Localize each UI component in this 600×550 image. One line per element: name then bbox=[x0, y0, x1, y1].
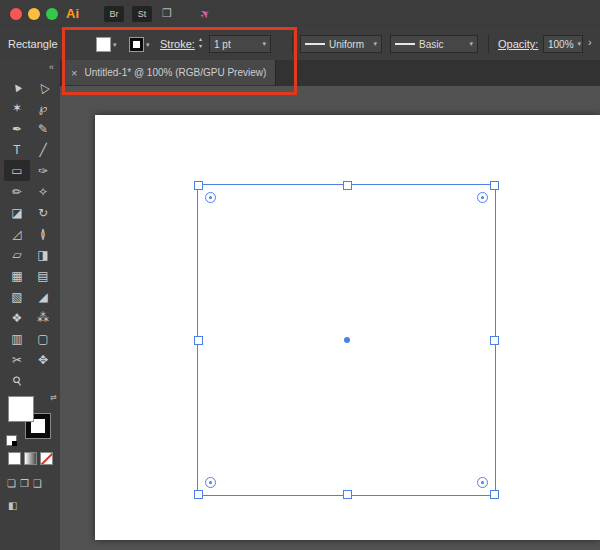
selection-handle-middle-left[interactable] bbox=[194, 336, 203, 345]
selection-handle-top-left[interactable] bbox=[194, 181, 203, 190]
titlebar: Ai Br St ❒ ✈ bbox=[0, 0, 600, 29]
object-center-point[interactable] bbox=[344, 337, 350, 343]
selection-handle-top-middle[interactable] bbox=[343, 181, 352, 190]
line-segment-tool[interactable]: ╱ bbox=[30, 139, 56, 160]
paintbrush-tool-icon: ✑ bbox=[38, 164, 48, 178]
document-tab[interactable]: × Untitled-1* @ 100% (RGB/GPU Preview) bbox=[62, 60, 276, 85]
opacity-panel-link[interactable]: Opacity: bbox=[498, 38, 538, 50]
stroke-color-swatch[interactable] bbox=[129, 37, 144, 52]
brush-definition-dropdown[interactable]: Basic ▾ bbox=[390, 35, 478, 53]
close-window-button[interactable] bbox=[10, 8, 22, 20]
stroke-weight-dropdown[interactable]: 1 pt ▾ bbox=[209, 35, 271, 53]
scale-tool[interactable]: ◿ bbox=[4, 223, 30, 244]
direct-selection-tool[interactable]: △ bbox=[30, 76, 56, 97]
canvas[interactable] bbox=[60, 86, 600, 550]
perspective-grid-tool[interactable]: ▦ bbox=[4, 265, 30, 286]
share-icon[interactable]: ✈ bbox=[197, 5, 213, 22]
width-profile-chevron-icon[interactable]: ▾ bbox=[373, 40, 377, 48]
selection-handle-bottom-right[interactable] bbox=[490, 490, 499, 499]
stroke-panel-link[interactable]: Stroke: bbox=[160, 38, 195, 50]
lasso-tool[interactable]: ℘ bbox=[30, 97, 56, 118]
brush-value: Basic bbox=[419, 39, 465, 50]
tab-close-icon[interactable]: × bbox=[71, 67, 77, 79]
rectangle-tool[interactable]: ▭ bbox=[4, 160, 30, 181]
live-corner-widget-bottom-left[interactable] bbox=[205, 477, 216, 488]
stroke-weight-stepper[interactable]: ▴ ▾ bbox=[199, 36, 202, 50]
column-graph-tool[interactable]: ▥ bbox=[4, 328, 30, 349]
live-corner-widget-bottom-right[interactable] bbox=[477, 477, 488, 488]
magic-wand-tool[interactable]: ✶ bbox=[4, 97, 30, 118]
pen-tool[interactable]: ✒ bbox=[4, 118, 30, 139]
free-transform-tool[interactable]: ▱ bbox=[4, 244, 30, 265]
rotate-tool[interactable]: ↻ bbox=[30, 202, 56, 223]
screen-mode-icon[interactable]: ◧ bbox=[8, 500, 17, 511]
width-tool-icon: ≬ bbox=[40, 227, 46, 241]
swap-fill-stroke-icon[interactable]: ⇄ bbox=[50, 393, 57, 402]
opacity-chevron-icon[interactable]: ▾ bbox=[578, 40, 582, 48]
eraser-tool[interactable]: ◪ bbox=[4, 202, 30, 223]
stroke-chevron-down-icon[interactable]: ▾ bbox=[146, 41, 150, 49]
live-corner-widget-top-right[interactable] bbox=[477, 192, 488, 203]
draw-behind-icon[interactable]: ❐ bbox=[20, 478, 29, 489]
bridge-button[interactable]: Br bbox=[104, 6, 124, 22]
stepper-up-icon[interactable]: ▴ bbox=[199, 36, 202, 43]
selection-tool[interactable]: ▲ bbox=[4, 76, 30, 97]
selection-handle-middle-right[interactable] bbox=[490, 336, 499, 345]
control-bar-overflow-icon[interactable]: › bbox=[588, 36, 592, 48]
eyedropper-tool-icon: ◢ bbox=[38, 290, 47, 304]
direct-selection-tool-icon: △ bbox=[35, 78, 51, 95]
zoom-tool[interactable]: ⚲ bbox=[4, 370, 30, 391]
none-button[interactable] bbox=[40, 452, 53, 465]
fill-chevron-down-icon[interactable]: ▾ bbox=[113, 41, 117, 49]
mesh-tool[interactable]: ▤ bbox=[30, 265, 56, 286]
stock-button[interactable]: St bbox=[132, 6, 152, 22]
gradient-tool[interactable]: ▧ bbox=[4, 286, 30, 307]
selection-handle-bottom-left[interactable] bbox=[194, 490, 203, 499]
shaper-tool[interactable]: ✧ bbox=[30, 181, 56, 202]
pencil-tool[interactable]: ✏ bbox=[4, 181, 30, 202]
tools-panel: « ▲△✶℘✒✎T╱▭✑✏✧◪↻◿≬▱◨▦▤▧◢❖⁂▥▢✂✥⚲ ⇄ ❏ ❐ ❑ … bbox=[0, 60, 61, 550]
selection-handle-top-right[interactable] bbox=[490, 181, 499, 190]
drawing-modes-row: ❏ ❐ ❑ bbox=[7, 478, 42, 489]
opacity-dropdown[interactable]: 100% ▾ bbox=[543, 35, 583, 53]
line-segment-tool-icon: ╱ bbox=[39, 143, 46, 157]
hand-tool[interactable]: ✥ bbox=[30, 349, 56, 370]
workspace-icon[interactable]: ❒ bbox=[162, 7, 172, 20]
minimize-window-button[interactable] bbox=[28, 8, 40, 20]
eyedropper-tool[interactable]: ◢ bbox=[30, 286, 56, 307]
shape-builder-tool-icon: ◨ bbox=[37, 248, 48, 262]
stepper-down-icon[interactable]: ▾ bbox=[199, 43, 202, 50]
default-fill-stroke-icon[interactable] bbox=[6, 435, 17, 446]
selection-handle-bottom-middle[interactable] bbox=[343, 490, 352, 499]
draw-inside-icon[interactable]: ❑ bbox=[33, 478, 42, 489]
blend-tool[interactable]: ❖ bbox=[4, 307, 30, 328]
lasso-tool-icon: ℘ bbox=[39, 101, 47, 115]
perspective-grid-tool-icon: ▦ bbox=[11, 269, 22, 283]
zoom-window-button[interactable] bbox=[46, 8, 58, 20]
collapse-panel-icon[interactable]: « bbox=[49, 62, 54, 72]
draw-normal-icon[interactable]: ❏ bbox=[7, 478, 16, 489]
artboard-tool[interactable]: ▢ bbox=[30, 328, 56, 349]
gradient-button[interactable] bbox=[24, 452, 37, 465]
symbol-sprayer-tool[interactable]: ⁂ bbox=[30, 307, 56, 328]
paintbrush-tool[interactable]: ✑ bbox=[30, 160, 56, 181]
fill-color-swatch[interactable] bbox=[96, 37, 111, 52]
rectangle-tool-icon: ▭ bbox=[11, 164, 22, 178]
opacity-value: 100% bbox=[548, 39, 574, 50]
fill-swatch-large[interactable] bbox=[8, 396, 34, 422]
type-tool[interactable]: T bbox=[4, 139, 30, 160]
stroke-weight-chevron-icon[interactable]: ▾ bbox=[262, 40, 266, 48]
tab-title: Untitled-1* @ 100% (RGB/GPU Preview) bbox=[84, 67, 266, 78]
width-profile-dropdown[interactable]: Uniform ▾ bbox=[300, 35, 382, 53]
curvature-tool[interactable]: ✎ bbox=[30, 118, 56, 139]
stroke-weight-value: 1 pt bbox=[214, 39, 258, 50]
shape-builder-tool[interactable]: ◨ bbox=[30, 244, 56, 265]
width-tool[interactable]: ≬ bbox=[30, 223, 56, 244]
slice-tool[interactable]: ✂ bbox=[4, 349, 30, 370]
color-button[interactable] bbox=[8, 452, 21, 465]
brush-chevron-icon[interactable]: ▾ bbox=[469, 40, 473, 48]
color-type-row bbox=[8, 452, 53, 465]
live-corner-widget-top-left[interactable] bbox=[205, 192, 216, 203]
artboard-tool-icon: ▢ bbox=[37, 332, 48, 346]
selected-rectangle[interactable] bbox=[197, 184, 496, 496]
